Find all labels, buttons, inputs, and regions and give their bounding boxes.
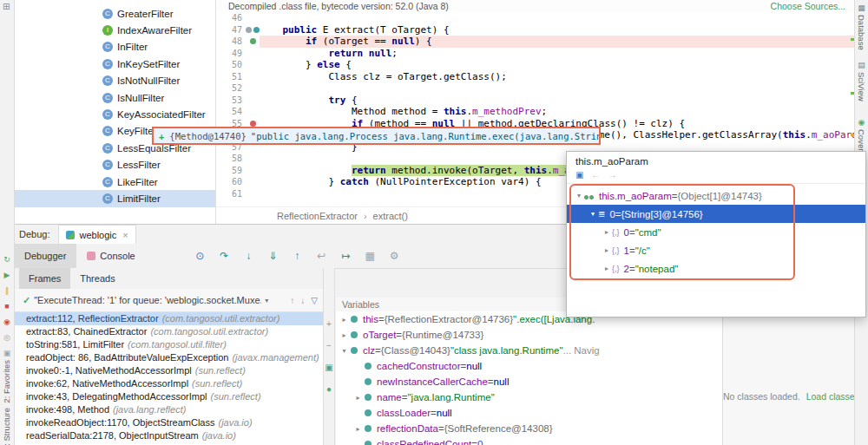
gutter-icons[interactable] bbox=[246, 106, 260, 118]
chevron-down-icon[interactable]: ▾ bbox=[265, 297, 268, 304]
popup-variable-row[interactable]: ▸{,}2 = "notepad" bbox=[567, 259, 865, 278]
view-breakpoints-icon[interactable]: ◉ bbox=[3, 317, 10, 326]
line-number[interactable]: 60 bbox=[216, 176, 246, 188]
move-down-icon[interactable]: ↓ bbox=[300, 296, 305, 305]
tree-item[interactable]: CLessFilter bbox=[14, 157, 215, 173]
force-step-into-icon[interactable]: ⇓ bbox=[266, 250, 279, 262]
snapshot-icon[interactable]: ▣ bbox=[3, 349, 11, 357]
tab-threads[interactable]: Threads bbox=[70, 268, 124, 289]
breadcrumb-member[interactable]: extract() bbox=[373, 211, 408, 221]
chevron-icon[interactable]: ▸ bbox=[602, 228, 612, 236]
window-menu-icon[interactable]: ⊞ bbox=[3, 2, 10, 11]
line-number[interactable]: 46 bbox=[216, 12, 246, 24]
drop-frame-icon[interactable]: ↩ bbox=[315, 250, 328, 262]
breadcrumb-class[interactable]: ReflectionExtractor bbox=[277, 211, 358, 221]
tree-item[interactable]: CLimitFilter bbox=[14, 190, 215, 206]
line-number[interactable]: 51 bbox=[216, 71, 246, 83]
expand-icon[interactable]: + bbox=[159, 131, 164, 141]
chevron-icon[interactable]: ▾ bbox=[588, 210, 598, 218]
frame-row[interactable]: invoke:62, NativeMethodAccessorImpl(sun.… bbox=[14, 377, 323, 390]
run-to-cursor-icon[interactable]: ↦ bbox=[339, 250, 352, 262]
variable-row[interactable]: ▸reflectionData = {SoftReference@14308} bbox=[336, 421, 722, 436]
resume-icon[interactable]: ▶ bbox=[4, 271, 10, 279]
step-over-icon[interactable]: ↷ bbox=[218, 250, 231, 262]
remove-watch-icon[interactable]: − bbox=[326, 342, 332, 350]
line-number[interactable]: 48 bbox=[216, 36, 246, 48]
evaluate-expression-icon[interactable]: ▦ bbox=[364, 250, 377, 262]
tree-item[interactable]: CLikeFilter bbox=[14, 173, 215, 190]
record-icon[interactable]: ● bbox=[326, 385, 332, 394]
line-number[interactable]: 50 bbox=[216, 59, 246, 71]
frame-row[interactable]: invokeReadObject:1170, ObjectStreamClass… bbox=[14, 416, 323, 429]
tree-item[interactable]: IIndexAwareFilter bbox=[14, 22, 215, 38]
frame-row[interactable]: invoke0:-1, NativeMethodAccessorImpl(sun… bbox=[14, 364, 323, 377]
tree-item[interactable]: CKeyAssociatedFilter bbox=[14, 106, 215, 122]
show-execution-point-icon[interactable]: ⊙ bbox=[194, 250, 207, 262]
chevron-icon[interactable]: ▾ bbox=[339, 347, 349, 355]
line-number[interactable]: 61 bbox=[216, 188, 246, 200]
database-tool-tab[interactable]: Database bbox=[857, 15, 866, 50]
step-out-icon[interactable]: ↑ bbox=[291, 250, 304, 262]
tree-item[interactable]: CInKeySetFilter bbox=[14, 56, 215, 72]
line-number[interactable]: 47 bbox=[216, 24, 246, 36]
back-icon[interactable]: ← bbox=[591, 170, 600, 180]
frame-row[interactable]: invoke:43, DelegatingMethodAccessorImpl(… bbox=[14, 390, 323, 403]
gutter-icons[interactable] bbox=[246, 59, 260, 71]
gutter-icons[interactable] bbox=[246, 12, 260, 24]
variable-row[interactable]: classRedefinedCount = 0 bbox=[336, 436, 722, 445]
chevron-icon[interactable]: ▸ bbox=[353, 425, 363, 433]
stop-icon[interactable]: ■ bbox=[4, 302, 9, 311]
duplicate-icon[interactable]: ▣ bbox=[325, 363, 332, 372]
variable-row[interactable]: ▾clz = {Class@14043} "class java.lang.Ru… bbox=[336, 343, 722, 358]
chevron-icon[interactable]: ▸ bbox=[339, 316, 349, 324]
breakpoint-verified-icon[interactable] bbox=[250, 38, 256, 44]
show-types-icon[interactable]: ▣ bbox=[575, 170, 583, 180]
frame-row[interactable]: invoke:498, Method(java.lang.reflect) bbox=[14, 403, 323, 416]
gutter-icons[interactable] bbox=[246, 24, 260, 36]
structure-tool-tab[interactable]: 2: Structure bbox=[2, 408, 11, 445]
debug-session-tab[interactable]: weblogic × bbox=[58, 225, 135, 244]
line-number[interactable]: 58 bbox=[216, 153, 246, 165]
forward-icon[interactable]: → bbox=[608, 170, 616, 180]
breakpoint-icon[interactable] bbox=[250, 121, 256, 127]
frame-row[interactable]: extract:112, ReflectionExtractor(com.tan… bbox=[14, 312, 323, 325]
line-number[interactable]: 53 bbox=[216, 95, 246, 107]
frame-row[interactable]: toString:581, LimitFilter(com.tangosol.u… bbox=[14, 338, 323, 351]
tab-console[interactable]: Console bbox=[76, 244, 145, 268]
tree-item[interactable]: CIsNotNullFilter bbox=[14, 73, 215, 89]
tab-debugger[interactable]: Debugger bbox=[14, 244, 76, 268]
variable-row[interactable]: newInstanceCallerCache = null bbox=[336, 374, 722, 389]
line-number[interactable]: 54 bbox=[216, 106, 246, 118]
popup-variable-row[interactable]: ▸{,}1 = "/c" bbox=[567, 241, 865, 259]
frame-row[interactable]: readSerialData:2178, ObjectInputStream(j… bbox=[14, 429, 323, 442]
thread-selector[interactable]: ✓ "ExecuteThread: '1' for queue: 'weblog… bbox=[14, 289, 323, 312]
chevron-icon[interactable]: ▸ bbox=[602, 265, 612, 272]
variable-row[interactable]: cachedConstructor = null bbox=[336, 358, 722, 374]
mute-breakpoints-icon[interactable]: ◎ bbox=[3, 333, 10, 342]
tab-frames[interactable]: Frames bbox=[19, 268, 70, 289]
variable-row[interactable]: ▸oTarget = {Runtime@14733} bbox=[336, 327, 722, 343]
chevron-icon[interactable]: ▸ bbox=[602, 246, 612, 254]
gutter-icons[interactable] bbox=[246, 82, 260, 95]
favorites-tool-tab[interactable]: 2: Favorites bbox=[2, 360, 11, 403]
settings-icon[interactable]: ⚙ bbox=[388, 250, 401, 262]
frame-row[interactable]: extract:83, ChainedExtractor(com.tangoso… bbox=[14, 325, 323, 338]
load-classes-link[interactable]: Load classes bbox=[806, 391, 859, 402]
gutter-icons[interactable] bbox=[246, 71, 260, 83]
popup-variable-row[interactable]: ▸{,}0 = "cmd" bbox=[567, 223, 865, 241]
chevron-icon[interactable]: ▸ bbox=[353, 394, 363, 402]
line-number[interactable]: 59 bbox=[216, 165, 246, 177]
gutter-icons[interactable] bbox=[246, 48, 260, 60]
step-into-icon[interactable]: ↓ bbox=[242, 250, 255, 262]
chevron-icon[interactable]: ▾ bbox=[574, 192, 584, 200]
choose-sources-link[interactable]: Choose Sources... bbox=[771, 0, 845, 12]
pause-icon[interactable]: ∥ bbox=[5, 286, 10, 295]
rerun-icon[interactable]: ↻ bbox=[3, 255, 10, 264]
gutter-icons[interactable] bbox=[246, 36, 260, 48]
move-up-icon[interactable]: ↑ bbox=[290, 296, 294, 305]
sciview-tool-tab[interactable]: SciView bbox=[857, 72, 866, 101]
gutter-icons[interactable] bbox=[246, 188, 260, 200]
line-number[interactable]: 49 bbox=[216, 48, 246, 60]
tree-item[interactable]: CIsNullFilter bbox=[14, 89, 215, 106]
variable-row[interactable]: classLoader = null bbox=[336, 405, 722, 421]
